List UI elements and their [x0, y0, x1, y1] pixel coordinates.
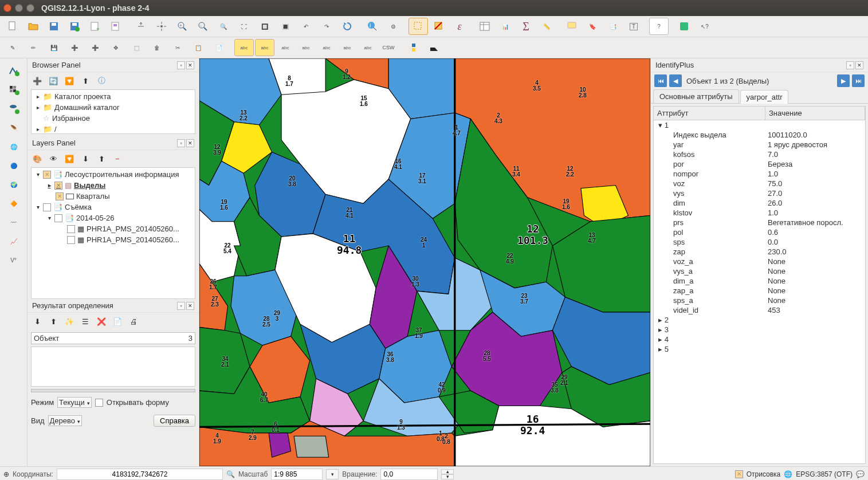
add-raster-button[interactable] [3, 81, 25, 99]
pan-button[interactable] [131, 18, 151, 35]
browser-item[interactable]: ☆Избранное [35, 113, 191, 124]
rotation-input[interactable] [380, 469, 438, 480]
attr-row[interactable]: videl_id453 [654, 305, 865, 315]
whats-this-button[interactable]: ↖? [695, 18, 714, 35]
add-feature-2-button[interactable]: ➕ [85, 39, 105, 56]
print-icon[interactable]: 🖨 [127, 315, 140, 328]
result-tree[interactable] [31, 347, 195, 387]
style-icon[interactable]: 🎨 [31, 152, 44, 165]
collapse-all-icon[interactable]: ⬆ [95, 152, 108, 165]
bookmarks-button[interactable]: 📑 [603, 18, 623, 35]
attr-row[interactable]: vys_aNone [654, 266, 865, 276]
zoom-selection-button[interactable]: 🔲 [255, 18, 274, 35]
move-feature-button[interactable]: ✥ [106, 39, 125, 56]
action-button[interactable]: ⚙ [383, 18, 403, 35]
qgis-button[interactable] [674, 18, 694, 35]
filter-icon[interactable]: 🔽 [63, 74, 76, 87]
add-layer-icon[interactable]: ➕ [31, 74, 44, 87]
clear-icon[interactable]: ❌ [95, 315, 108, 328]
add-spatialite-button[interactable]: 🪶 [3, 119, 25, 136]
attr-row[interactable]: Индекс выдела10011020.0 [654, 130, 865, 140]
maximize-window-button[interactable] [26, 4, 34, 12]
attribute-table-button[interactable] [475, 18, 494, 35]
csw-button[interactable]: CSW [379, 39, 398, 56]
select-button[interactable] [409, 18, 428, 35]
collapse-icon[interactable]: ⬆ [79, 74, 92, 87]
map-canvas[interactable]: 8 1.79 1.213 2.215 1.64 3.510 2.81 4.72 … [199, 58, 650, 466]
composer-manager-button[interactable] [106, 18, 125, 35]
help-button[interactable]: ? [649, 18, 669, 35]
paste-button[interactable]: 📄 [209, 39, 229, 56]
checkbox[interactable] [43, 203, 51, 211]
pan-selection-button[interactable] [152, 18, 171, 35]
prev-button[interactable]: ◀ [669, 74, 682, 87]
label-2-button[interactable]: abc [255, 39, 274, 56]
help-button[interactable]: Справка [154, 415, 195, 427]
deselect-button[interactable] [429, 18, 449, 35]
delete-button[interactable]: 🗑 [147, 39, 167, 56]
attr-node[interactable]: ▸ 3 [654, 325, 865, 335]
add-wcs-button[interactable]: 🔶 [3, 195, 25, 212]
add-oracle-button[interactable]: 🔵 [3, 157, 25, 174]
add-feature-button[interactable]: ➕ [65, 39, 84, 56]
zoom-native-button[interactable]: 🔍 [214, 18, 233, 35]
rotation-down[interactable]: ▾ [441, 474, 454, 479]
minimize-window-button[interactable] [15, 4, 23, 12]
layer-item[interactable]: ▾📑2014-05-26 [35, 213, 191, 223]
attr-row[interactable]: zap_aNone [654, 286, 865, 296]
zoom-last-button[interactable]: ↶ [296, 18, 316, 35]
layer-group[interactable]: ▾📑Лесоустроительная информация [35, 169, 191, 180]
label-6-button[interactable]: abc [337, 39, 357, 56]
expand-icon[interactable]: ⬇ [31, 315, 44, 328]
next-button[interactable]: ▶ [837, 74, 850, 87]
add-vector-button[interactable] [3, 62, 25, 80]
plugin-button[interactable] [425, 39, 444, 56]
first-button[interactable]: ⏮ [654, 74, 667, 87]
attr-node[interactable]: ▸ 5 [654, 344, 865, 354]
checkbox[interactable] [56, 192, 64, 200]
attr-node[interactable]: ▸ 4 [654, 335, 865, 344]
add-mssql-button[interactable]: 🌐 [3, 138, 25, 155]
attr-row[interactable]: dim26.0 [654, 198, 865, 208]
attr-row[interactable]: yar1 ярус древостоя [654, 140, 865, 149]
attr-row[interactable]: voz75.0 [654, 179, 865, 188]
field-calc-button[interactable]: 📊 [496, 18, 515, 35]
options-icon[interactable]: ☰ [79, 315, 92, 328]
crs-icon[interactable]: 🌐 [784, 470, 792, 478]
edit-toggle-button[interactable]: ✎ [3, 39, 22, 56]
edit-pencil-button[interactable]: ✏ [23, 39, 43, 56]
copy-icon[interactable]: 📄 [111, 315, 124, 328]
refresh-button[interactable] [337, 18, 357, 35]
copy-button[interactable]: 📋 [188, 39, 208, 56]
expand-icon[interactable]: ⬇ [79, 152, 92, 165]
new-project-button[interactable] [3, 18, 22, 35]
scale-dropdown[interactable]: ▾ [326, 469, 339, 479]
zoom-in-button[interactable]: + [172, 18, 192, 35]
panel-dock-button[interactable]: ▫ [177, 61, 185, 69]
refresh-icon[interactable]: 🔄 [47, 74, 60, 87]
label-5-button[interactable]: abc [317, 39, 336, 56]
remove-layer-icon[interactable]: − [111, 152, 124, 165]
add-wfs-button[interactable]: 〰 [3, 214, 25, 231]
attr-row[interactable]: nompor1.0 [654, 169, 865, 179]
panel-dock-button[interactable]: ▫ [846, 61, 854, 69]
properties-icon[interactable]: ⓘ [95, 74, 108, 87]
layer-vydely[interactable]: ▸▧Выделы [35, 180, 191, 191]
layer-group[interactable]: ▾📑Съёмка [35, 202, 191, 213]
epsg-label[interactable]: EPSG:3857 (OTF) [796, 470, 853, 478]
panel-close-button[interactable]: ✕ [186, 139, 194, 147]
bookmark-add-button[interactable]: 🔖 [583, 18, 602, 35]
zoom-next-button[interactable]: ↷ [317, 18, 336, 35]
layer-item[interactable]: ▦PHR1A_PMS_201405260... [35, 223, 191, 234]
identify-button[interactable]: i [363, 18, 382, 35]
layer-item[interactable]: ▦PHR1A_PMS_201405260... [35, 234, 191, 245]
expression-select-button[interactable]: ε [450, 18, 469, 35]
label-1-button[interactable]: abc [234, 39, 254, 56]
open-project-button[interactable] [23, 18, 43, 35]
checkbox[interactable] [54, 214, 62, 222]
attr-row[interactable]: voz_aNone [654, 257, 865, 266]
attr-row[interactable]: prsВегетативное поросл. [654, 218, 865, 227]
save-as-button[interactable] [65, 18, 84, 35]
layer-kvartaly[interactable]: Кварталы [35, 191, 191, 202]
add-postgis-button[interactable] [3, 100, 25, 117]
